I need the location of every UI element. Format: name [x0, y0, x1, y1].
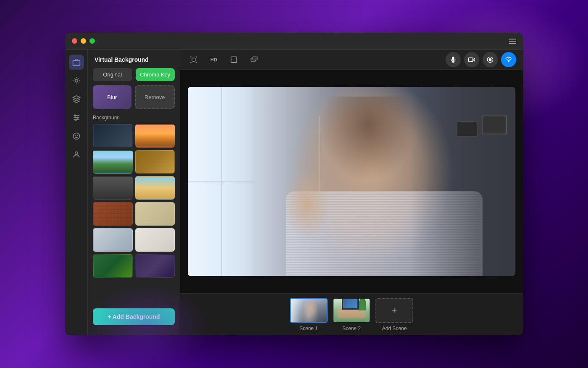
toolbar-right-controls	[446, 52, 516, 67]
add-background-container: + Add Background	[88, 305, 180, 335]
sidebar	[65, 50, 88, 335]
sidebar-item-layers[interactable]	[69, 92, 84, 107]
remove-label: Remove	[144, 94, 165, 100]
add-scene-thumb[interactable]: +	[375, 298, 413, 323]
svg-rect-12	[231, 57, 237, 63]
panel-title: Virtual Background	[88, 50, 180, 68]
scene-item-2[interactable]: Scene 2	[333, 298, 370, 331]
live-button[interactable]	[501, 52, 516, 67]
preview-hair	[312, 97, 423, 191]
scene-1-person	[291, 299, 327, 322]
toolbar: HD	[180, 50, 523, 70]
sidebar-item-face[interactable]	[69, 129, 84, 144]
microphone-button[interactable]	[446, 52, 461, 67]
svg-point-19	[489, 58, 491, 60]
preview-room-right	[410, 87, 515, 276]
background-thumb-4[interactable]	[93, 176, 133, 200]
record-button[interactable]	[483, 52, 498, 67]
main-content: Virtual Background Original Chroma Key B…	[65, 50, 523, 335]
scene-2-screen	[343, 299, 357, 308]
svg-rect-17	[469, 58, 473, 61]
overlay-button[interactable]	[247, 53, 261, 66]
svg-point-7	[76, 117, 78, 118]
sidebar-item-effects[interactable]	[69, 73, 84, 88]
close-button[interactable]	[72, 38, 77, 44]
original-mode-button[interactable]: Original	[93, 68, 132, 81]
svg-rect-14	[253, 57, 257, 60]
blur-button[interactable]: Blur	[93, 85, 131, 109]
maximize-button[interactable]	[89, 38, 95, 44]
mode-buttons-row: Original Chroma Key	[93, 68, 175, 81]
scene-2-background	[333, 299, 370, 322]
panel-scroll-content: Original Chroma Key Blur Remove Backgrou…	[88, 68, 180, 305]
background-grid	[93, 124, 175, 278]
fullscreen-button[interactable]	[187, 53, 200, 66]
add-background-button[interactable]: + Add Background	[93, 308, 175, 325]
svg-marker-2	[73, 96, 80, 99]
svg-point-8	[75, 119, 76, 120]
background-section-label: Background	[93, 115, 175, 121]
scene-item-1[interactable]: Scene 1	[290, 298, 328, 331]
background-thumb-5[interactable]	[135, 176, 175, 200]
svg-point-1	[75, 79, 78, 82]
scene-2-label: Scene 2	[342, 326, 361, 331]
camera-button[interactable]	[464, 52, 479, 67]
background-thumb-11[interactable]	[135, 254, 175, 278]
background-thumb-2[interactable]	[93, 150, 133, 173]
menu-button[interactable]	[509, 39, 516, 44]
background-thumb-1[interactable]	[135, 124, 175, 147]
svg-point-10	[75, 152, 78, 155]
sidebar-item-sliders[interactable]	[69, 110, 84, 125]
background-thumb-3[interactable]	[135, 150, 175, 173]
add-scene-label: Add Scene	[382, 326, 407, 331]
svg-point-6	[74, 115, 76, 116]
svg-point-20	[508, 61, 509, 62]
sidebar-item-camera[interactable]	[69, 55, 84, 70]
sidebar-item-avatar[interactable]	[69, 147, 84, 162]
add-scene-plus: +	[392, 305, 397, 316]
traffic-lights	[72, 38, 95, 44]
background-thumb-10[interactable]	[93, 254, 133, 278]
svg-point-9	[73, 133, 79, 139]
hd-button[interactable]: HD	[207, 53, 220, 66]
preview-video	[188, 87, 515, 276]
preview-lamp	[319, 116, 320, 229]
right-area: HD	[180, 50, 523, 335]
scene-bar: Scene 1 Scene 2	[180, 293, 523, 335]
background-thumb-9[interactable]	[135, 228, 175, 252]
svg-rect-0	[73, 60, 80, 66]
scene-1-label: Scene 1	[299, 326, 318, 331]
scene-2-plant	[359, 298, 366, 310]
background-thumb-7[interactable]	[135, 202, 175, 226]
background-thumb-8[interactable]	[93, 228, 133, 252]
blur-remove-row: Blur Remove	[93, 85, 175, 109]
app-window: Virtual Background Original Chroma Key B…	[65, 33, 523, 335]
svg-rect-11	[192, 58, 195, 61]
scene-2-laptop	[342, 298, 359, 310]
background-thumb-6[interactable]	[93, 202, 133, 226]
add-scene-item[interactable]: + Add Scene	[375, 298, 413, 331]
minimize-button[interactable]	[81, 38, 86, 44]
scene-2-thumb[interactable]	[333, 298, 370, 323]
title-bar	[65, 33, 523, 50]
background-thumb-0[interactable]	[93, 124, 133, 147]
scene-1-background	[291, 299, 327, 322]
preview-area	[180, 70, 523, 293]
chroma-key-mode-button[interactable]: Chroma Key	[136, 68, 175, 81]
remove-button[interactable]: Remove	[135, 85, 175, 109]
blur-label: Blur	[107, 94, 117, 100]
left-panel: Virtual Background Original Chroma Key B…	[88, 50, 180, 335]
crop-button[interactable]	[227, 53, 241, 66]
scene-1-thumb[interactable]	[290, 298, 328, 323]
